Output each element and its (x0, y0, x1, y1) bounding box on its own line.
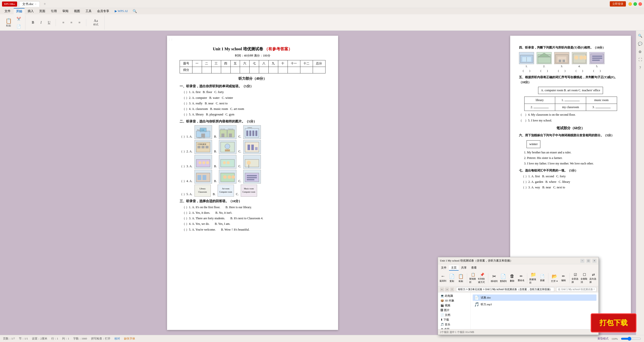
cut-button[interactable]: ✂️ (15, 15, 22, 22)
fe-quickaccess-btn[interactable]: 📌 钉到快速方式 (478, 272, 486, 285)
fullscreen-btn[interactable]: ⛶ (637, 57, 643, 63)
copy-button[interactable]: 📄 (15, 23, 22, 30)
new-tab-btn[interactable]: + (42, 1, 48, 7)
proofreading[interactable]: 校对 (114, 337, 120, 340)
font-warning[interactable]: 缺失字体 (124, 337, 135, 340)
fe-selectall-btn[interactable]: ☑ 全部选择 (572, 272, 580, 285)
fe-sidebar-pics[interactable]: 🖼 图片 (439, 308, 469, 313)
login-button[interactable]: 立即登录 (610, 1, 626, 7)
zoom-in-btn[interactable]: 🔍 (637, 33, 643, 39)
fe-rename-btn[interactable]: ✏ 重命名 (517, 272, 525, 285)
document-page-left: ⋮⋮ Unit 1 My school 培优测试卷 （有参考答案） 时间：40分… (167, 36, 338, 330)
part7-title: 七、选出每组词汇中不同类的一项。（5分） (519, 168, 622, 173)
svg-rect-20 (202, 146, 205, 148)
fe-sidebar-3d[interactable]: 📦 3D 对象 (439, 298, 469, 303)
fe-ribbon-buttons: ← 返回到 📄 复制 📋 粘贴 📋 复制路径 📌 钉到快速方式 (439, 272, 597, 285)
tab-wpsai[interactable]: ▶ WPS AI (112, 9, 130, 14)
search-btn[interactable]: 🔍 (133, 9, 137, 13)
tab-page[interactable]: 页面 (37, 8, 48, 14)
fe-minimize-btn[interactable]: − (580, 259, 584, 263)
download-button[interactable]: 打包下载 (591, 313, 636, 332)
fe-edit-btn[interactable]: ✏ 编辑 (559, 272, 568, 285)
fe-copypath-btn[interactable]: 📋 复制路径 (469, 272, 477, 285)
settings-btn[interactable]: ⚙ (637, 49, 643, 55)
fe-open-btn[interactable]: 📂 打开 ▾ (550, 272, 558, 285)
svg-point-37 (247, 161, 251, 165)
tab-member[interactable]: 会员专享 (95, 8, 112, 14)
fe-file-doc[interactable]: 📄 试卷.doc (473, 294, 596, 301)
fe-search-input[interactable] (556, 287, 596, 292)
fe-maximize-btn[interactable]: □ (586, 259, 590, 263)
tab-view[interactable]: 视图 (71, 8, 83, 14)
fe-file-mp3[interactable]: 🎵 听力.mp3 (473, 301, 596, 308)
img-2-4a (194, 170, 212, 184)
tab-home[interactable]: 开始 (14, 8, 25, 14)
fe-deselect-btn[interactable]: ☐ 全都取消 (581, 272, 589, 285)
fe-copy2-btn[interactable]: 📄 复制到 (499, 272, 507, 285)
fe-move-btn[interactable]: ✂ 移动到 (490, 272, 498, 285)
img-2-1b: Art room Classroom (219, 125, 236, 139)
svg-rect-19 (197, 146, 200, 148)
fe-new-btn[interactable]: 📁 新建项目 (529, 272, 537, 285)
minimize-button[interactable]: − (628, 2, 632, 6)
fe-tab-home[interactable]: 主页 (449, 265, 459, 271)
fe-invert-btn[interactable]: ⇄ 反向选择 (589, 272, 597, 285)
zoom-slider[interactable] (621, 337, 641, 341)
tab-references[interactable]: 引用 (48, 8, 59, 14)
fe-up-nav-btn[interactable]: ↑ (450, 287, 454, 291)
fe-sidebar-desktop[interactable]: 🖥 桌面 (439, 327, 469, 329)
help-btn[interactable]: ? (637, 65, 643, 71)
document-tab[interactable]: 文书.doc × (19, 1, 40, 7)
align-right-button[interactable]: ≡ (76, 19, 83, 26)
svg-point-45 (231, 175, 235, 179)
fe-sidebar-video[interactable]: 🎬 视频 (439, 303, 469, 308)
fe-sidebar-pc[interactable]: 💻 此电脑 (439, 293, 469, 298)
align-left-button[interactable]: ≡ (60, 19, 67, 26)
align-center-button[interactable]: ≡ (68, 19, 75, 26)
fe-tab-share[interactable]: 共享 (459, 265, 469, 271)
bold-button[interactable]: B (29, 19, 36, 26)
fe-sidebar-docs[interactable]: 📄 文档 (439, 313, 469, 317)
fe-paste-btn[interactable]: 📋 粘贴 (457, 272, 465, 285)
dark-mode[interactable]: 黄昏模式 (597, 337, 609, 340)
img-2-2a: 计算机教室 (194, 140, 212, 154)
fe-back-btn[interactable]: ← 返回到 (439, 272, 447, 285)
clipboard-group: 📋 粘贴 ✂️ 📄 (3, 15, 25, 30)
fe-tab-view[interactable]: 查看 (469, 265, 479, 271)
fe-sidebar-music[interactable]: 🎵 音乐 (439, 322, 469, 327)
window-controls: − □ × (628, 2, 642, 6)
comment-btn[interactable]: 💬 (637, 41, 643, 47)
underline-button[interactable]: U (46, 19, 53, 26)
maximize-button[interactable]: □ (633, 2, 637, 6)
paragraph-group: ≡ ≡ ≡ (60, 19, 86, 26)
fe-delete-btn[interactable]: 🗑 删除 (508, 272, 516, 285)
fe-sidebar-downloads[interactable]: ⬇ 下载 (439, 317, 469, 322)
zoom-level[interactable]: 110% (612, 337, 618, 340)
tab-review[interactable]: 审阅 (60, 8, 71, 14)
fe-close-btn[interactable]: × (592, 259, 596, 263)
fe-forward-nav-btn[interactable]: → (445, 287, 449, 291)
fe-title: Unit 1 My school 培优测试卷（含答案，含听力素文和音频） (440, 259, 580, 263)
fe-tab-file[interactable]: 文件 (439, 265, 449, 271)
svg-point-61 (579, 56, 583, 60)
fe-newfile-btn[interactable]: 📄 新建 (538, 272, 546, 285)
style-button[interactable]: Aa 样式 (90, 16, 101, 30)
fe-copy-btn[interactable]: 📄 复制 (448, 272, 456, 285)
part5-options: A. computer room B. art room C. teachers… (519, 86, 622, 95)
tab-close-btn[interactable]: × (35, 3, 36, 6)
fe-sep2 (488, 273, 488, 283)
fe-back-nav-btn[interactable]: ← (440, 287, 444, 291)
svg-text:Music room: Music room (197, 129, 204, 131)
paste-button[interactable]: 📋 粘贴 (3, 16, 14, 30)
svg-point-60 (574, 56, 578, 60)
wps-logo: WPS Office (2, 2, 17, 7)
italic-button[interactable]: I (37, 19, 45, 26)
fe-title-bar: Unit 1 My school 培优测试卷（含答案，含听力素文和音频） − □… (438, 257, 598, 264)
tab-tools[interactable]: 工具 (83, 8, 94, 14)
tab-insert[interactable]: 插入 (25, 8, 36, 14)
fe-path-input[interactable] (456, 287, 554, 292)
fe-sep3 (527, 273, 527, 283)
close-button[interactable]: × (638, 2, 642, 6)
tab-file[interactable]: 文件 (2, 8, 13, 14)
score-table: 题号 一 二 三 四 五 六 七 八 九 十 十一 十二 总分 得分 (180, 60, 326, 73)
